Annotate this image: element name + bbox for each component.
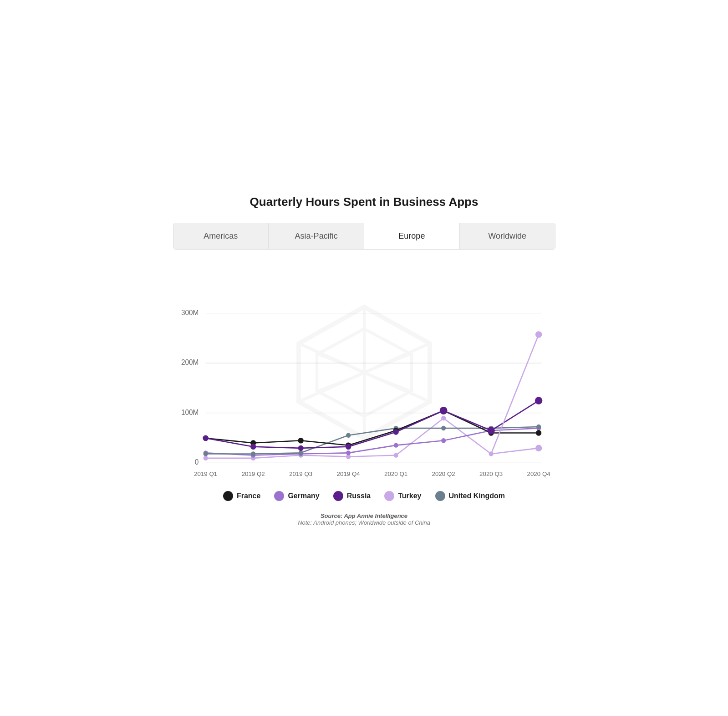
svg-point-34 xyxy=(346,450,351,455)
svg-point-27 xyxy=(393,453,398,457)
turkey-dot xyxy=(384,491,394,501)
legend-france: France xyxy=(223,491,260,501)
tab-asia-pacific[interactable]: Asia-Pacific xyxy=(269,223,364,249)
svg-text:2019 Q1: 2019 Q1 xyxy=(194,471,217,477)
source-block: Source: App Annie Intelligence Note: And… xyxy=(173,512,555,526)
svg-point-44 xyxy=(441,425,446,430)
svg-point-54 xyxy=(535,430,541,436)
svg-text:300M: 300M xyxy=(181,308,198,316)
svg-text:0: 0 xyxy=(194,458,199,466)
legend-germany: Germany xyxy=(274,491,319,501)
svg-point-59 xyxy=(393,429,398,435)
svg-point-64 xyxy=(535,331,541,338)
legend-russia: Russia xyxy=(333,491,371,501)
tab-bar: Americas Asia-Pacific Europe Worldwide xyxy=(173,223,555,250)
svg-point-35 xyxy=(393,443,398,447)
chart-area: 0 100M 200M 300M 2019 Q1 2019 Q2 2019 Q3… xyxy=(173,263,555,482)
svg-text:2019 Q4: 2019 Q4 xyxy=(336,471,360,477)
source-line2: Note: Android phones; Worldwide outside … xyxy=(173,519,555,526)
svg-point-23 xyxy=(203,455,208,460)
svg-point-62 xyxy=(535,397,542,404)
svg-point-49 xyxy=(298,437,303,443)
svg-point-39 xyxy=(203,451,208,456)
svg-text:2020 Q1: 2020 Q1 xyxy=(384,471,407,477)
svg-line-63 xyxy=(491,334,538,454)
svg-point-60 xyxy=(439,407,447,414)
chart-title: Quarterly Hours Spent in Business Apps xyxy=(173,195,555,209)
svg-point-29 xyxy=(489,451,493,456)
svg-point-46 xyxy=(536,424,541,429)
svg-text:2020 Q3: 2020 Q3 xyxy=(479,471,503,477)
svg-point-55 xyxy=(203,435,208,441)
svg-text:200M: 200M xyxy=(181,358,198,366)
source-line1: Source: App Annie Intelligence xyxy=(173,512,555,519)
svg-point-56 xyxy=(250,444,256,450)
svg-text:2019 Q3: 2019 Q3 xyxy=(289,471,312,477)
russia-dot xyxy=(333,491,343,501)
tab-europe[interactable]: Europe xyxy=(364,223,460,249)
tab-worldwide[interactable]: Worldwide xyxy=(460,223,555,249)
svg-text:100M: 100M xyxy=(181,408,198,416)
svg-point-36 xyxy=(441,438,446,443)
legend-turkey: Turkey xyxy=(384,491,421,501)
germany-dot xyxy=(274,491,284,501)
chart-legend: France Germany Russia Turkey United King… xyxy=(173,491,555,501)
svg-point-40 xyxy=(251,451,255,456)
france-dot xyxy=(223,491,233,501)
svg-point-28 xyxy=(441,415,446,420)
svg-point-30 xyxy=(535,445,541,451)
line-chart: 0 100M 200M 300M 2019 Q1 2019 Q2 2019 Q3… xyxy=(173,263,555,482)
svg-point-41 xyxy=(298,450,303,455)
svg-text:2019 Q2: 2019 Q2 xyxy=(241,471,265,477)
svg-text:2020 Q2: 2020 Q2 xyxy=(432,471,455,477)
svg-text:2020 Q4: 2020 Q4 xyxy=(527,471,550,477)
uk-dot xyxy=(435,491,445,501)
svg-point-58 xyxy=(346,444,351,450)
chart-container: Quarterly Hours Spent in Business Apps A… xyxy=(159,177,569,540)
svg-point-61 xyxy=(487,426,494,434)
legend-uk: United Kingdom xyxy=(435,491,505,501)
svg-point-57 xyxy=(298,445,303,451)
svg-point-42 xyxy=(346,433,351,437)
tab-americas[interactable]: Americas xyxy=(173,223,269,249)
